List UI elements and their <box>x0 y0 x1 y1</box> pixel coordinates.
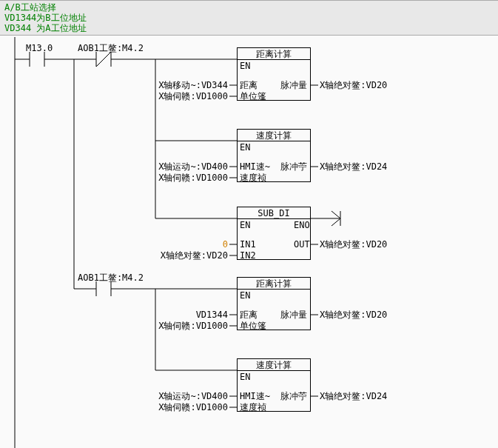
b2-out-label: X轴绝对鳌:VD24 <box>320 161 387 172</box>
block-title: 距离计算 <box>238 278 310 290</box>
port-in2: 速度祯 <box>240 173 266 183</box>
port-in1: HMI速~ <box>240 161 270 172</box>
b4-in2-label: X轴伺赣:VD1000 <box>148 321 228 331</box>
svg-line-9 <box>96 52 111 67</box>
port-en: EN <box>240 290 250 301</box>
port-in1: IN1 <box>240 239 256 250</box>
port-in1: 距离 <box>240 80 258 90</box>
header-comments: A/B工站选择 VD1344为B工位地址 VD344 为A工位地址 <box>0 0 498 36</box>
block-title: SUB_DI <box>238 207 310 219</box>
contact-m13-label: M13.0 <box>26 43 53 53</box>
b4-in1-label: VD1344 <box>148 310 228 320</box>
port-en: EN <box>240 142 250 153</box>
b2-in2-label: X轴伺赣:VD1000 <box>148 173 228 183</box>
ladder-diagram: M13.0 AOB1工鳌:M4.2 AOB1工鳌:M4.2 距离计算 EN 距离… <box>0 37 498 448</box>
port-en: EN <box>240 372 250 382</box>
b3-out-label: X轴绝对鳌:VD20 <box>320 239 387 250</box>
contact-aob1-top-label: AOB1工鳌:M4.2 <box>78 43 144 53</box>
b2-in1-label: X轴运动~:VD400 <box>148 161 228 172</box>
port-en: EN <box>240 61 250 71</box>
header-line-1: A/B工站选择 <box>4 2 494 13</box>
b1-out-label: X轴绝对鳌:VD20 <box>320 80 387 90</box>
header-line-3: VD344 为A工位地址 <box>4 23 494 33</box>
b3-in1-val: 0 <box>215 239 228 250</box>
port-in1: 距离 <box>240 310 258 320</box>
b5-in2-label: X轴伺赣:VD1000 <box>148 402 228 412</box>
port-out: 脉冲苧 <box>280 391 307 401</box>
b3-in2-label: X轴绝对鳌:VD20 <box>148 250 228 261</box>
contact-aob1-bot-label: AOB1工鳌:M4.2 <box>78 273 144 283</box>
port-out: OUT <box>294 239 310 250</box>
header-line-2: VD1344为B工位地址 <box>4 13 494 23</box>
block-title: 速度计算 <box>238 130 310 141</box>
b1-in2-label: X轴伺赣:VD1000 <box>148 91 228 101</box>
svg-line-19 <box>332 218 340 226</box>
b5-in1-label: X轴运动~:VD400 <box>148 391 228 401</box>
block-title: 速度计算 <box>238 359 310 371</box>
port-in1: HMI速~ <box>240 391 270 401</box>
port-in2: IN2 <box>240 250 256 261</box>
block-title: 距离计算 <box>238 48 310 60</box>
port-eno: ENO <box>294 220 310 230</box>
port-out: 脉冲量 <box>280 80 307 90</box>
port-in2: 速度祯 <box>240 402 266 412</box>
port-in2: 单位篷 <box>240 321 266 331</box>
b5-out-label: X轴绝对鳌:VD24 <box>320 391 387 401</box>
port-out: 脉冲量 <box>280 310 307 320</box>
port-in2: 单位篷 <box>240 91 266 101</box>
b4-out-label: X轴绝对鳌:VD20 <box>320 310 387 320</box>
port-out: 脉冲苧 <box>280 161 307 172</box>
svg-line-18 <box>332 211 340 218</box>
b1-in1-label: X轴移动~:VD344 <box>148 80 228 90</box>
port-en: EN <box>240 220 250 230</box>
